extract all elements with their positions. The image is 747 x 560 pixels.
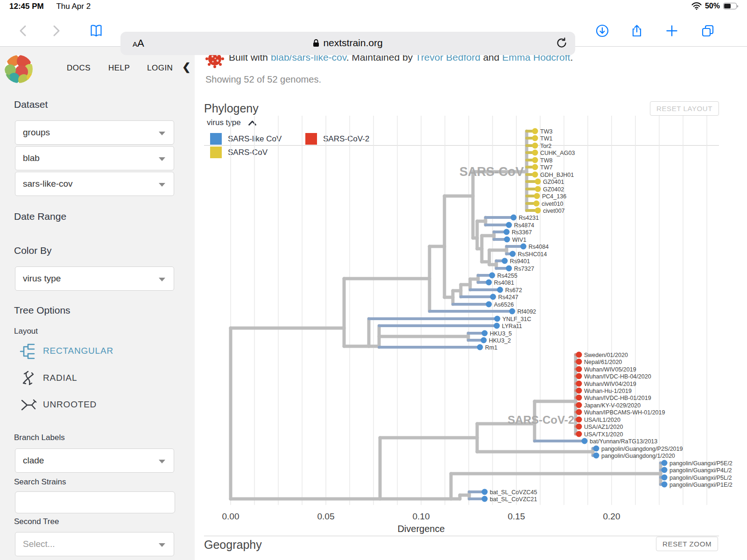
reset-layout-button[interactable]: RESET LAYOUT	[650, 101, 719, 116]
nav-help[interactable]: HELP	[108, 63, 130, 73]
tree-tip[interactable]	[532, 164, 538, 170]
tree-tip[interactable]	[662, 467, 668, 473]
sidebar-collapse-chevron[interactable]: ❮	[182, 61, 190, 73]
dataset-select-groups[interactable]: groups	[15, 120, 174, 145]
tree-tip[interactable]	[504, 229, 510, 235]
tree-tip[interactable]	[576, 388, 582, 394]
bookmarks-icon[interactable]	[90, 24, 103, 37]
layout-label: Layout	[14, 327, 38, 336]
nav-login[interactable]: LOGIN	[147, 63, 173, 73]
tree-tip[interactable]	[481, 337, 487, 343]
tree-tip[interactable]	[482, 330, 488, 336]
tree-tip[interactable]	[535, 208, 541, 214]
tree-tip[interactable]	[497, 287, 503, 293]
refresh-icon[interactable]	[556, 37, 568, 49]
tree-tip[interactable]	[576, 409, 582, 415]
tree-tip[interactable]	[576, 352, 582, 358]
url-bar[interactable]: AA nextstrain.org	[120, 32, 575, 55]
tip-label: Rs4247	[498, 294, 518, 301]
tip-label: Tor2	[540, 143, 551, 149]
tree-tip[interactable]	[593, 446, 599, 452]
chevron-down-icon	[159, 460, 165, 463]
tree-tip[interactable]	[662, 482, 668, 488]
tree-tip[interactable]	[489, 273, 495, 279]
tip-label: Rs4231	[519, 215, 539, 221]
reset-zoom-button[interactable]: RESET ZOOM	[656, 537, 718, 551]
nav-docs[interactable]: DOCS	[67, 63, 91, 73]
tree-tip[interactable]	[506, 222, 512, 228]
color-by-select[interactable]: virus type	[15, 266, 174, 291]
tree-tip[interactable]	[494, 316, 500, 322]
tree-tip[interactable]	[532, 135, 538, 141]
tree-tip[interactable]	[576, 373, 582, 379]
tip-label: GZ0401	[543, 179, 564, 185]
layout-option-radial[interactable]: RADIAL	[20, 370, 77, 386]
nextstrain-app: DOCS HELP LOGIN ❮ Dataset groups blab sa…	[0, 47, 747, 560]
back-icon[interactable]	[17, 24, 30, 37]
tree-tip[interactable]	[576, 359, 582, 365]
tip-label: Wuhan/IVDC-HB-04/2020	[584, 373, 651, 380]
share-icon[interactable]	[630, 24, 643, 37]
tree-tip[interactable]	[576, 424, 582, 430]
tree-tip[interactable]	[477, 344, 483, 350]
tree-tip[interactable]	[534, 193, 540, 199]
new-tab-icon[interactable]	[665, 24, 678, 37]
phylogeny-tree[interactable]: TW3TW1Tor2CUHK_AG03TW8TW7GDH_BJH01GZ0401…	[204, 114, 747, 560]
tree-tip[interactable]	[576, 431, 582, 437]
tip-label: pangolin/Guangdong/1/2020	[601, 453, 675, 459]
axis-title: Divergence	[397, 524, 444, 534]
tree-tip[interactable]	[532, 172, 538, 178]
tree-tip[interactable]	[486, 301, 492, 308]
tip-label: Wuhan/IVDC-HB-01/2019	[584, 395, 651, 401]
tree-tip[interactable]	[490, 294, 496, 300]
main-content: Built with blab/sars-like-cov. Maintaine…	[195, 47, 747, 560]
tree-tip[interactable]	[482, 489, 488, 495]
tree-tip[interactable]	[532, 150, 538, 156]
tip-label: YNLF_31C	[502, 316, 531, 322]
tree-tip[interactable]	[576, 417, 582, 423]
tree-tip[interactable]	[534, 201, 540, 207]
tip-label: RsSHC014	[518, 251, 547, 258]
tree-tip[interactable]	[506, 266, 512, 272]
tree-tip[interactable]	[582, 438, 588, 444]
tree-tip[interactable]	[482, 496, 488, 502]
tree-tip[interactable]	[511, 215, 517, 221]
tree-tip[interactable]	[510, 251, 516, 257]
tree-tip[interactable]	[662, 475, 668, 481]
tree-tip[interactable]	[532, 143, 538, 149]
forward-icon[interactable]	[49, 24, 63, 37]
tree-tip[interactable]	[535, 186, 541, 192]
tree-tip[interactable]	[576, 395, 582, 401]
tree-tip[interactable]	[502, 258, 508, 264]
tree-tip[interactable]	[532, 128, 538, 134]
tree-tip[interactable]	[509, 308, 515, 315]
download-icon[interactable]	[596, 24, 609, 37]
tree-tip[interactable]	[521, 244, 527, 250]
tree-tip[interactable]	[576, 366, 582, 372]
branch-labels-select[interactable]: clade	[15, 448, 174, 473]
tree-tip[interactable]	[494, 323, 500, 329]
tip-label: Rf4092	[517, 308, 536, 315]
layout-option-rectangular[interactable]: RECTANGULAR	[20, 343, 113, 359]
tree-tip[interactable]	[593, 453, 599, 459]
tip-label: pangolin/Guangdong/P2S/2019	[601, 446, 683, 452]
tip-label: GDH_BJH01	[540, 172, 574, 178]
second-tree-select[interactable]: Select...	[15, 532, 174, 556]
search-strains-input[interactable]	[15, 491, 175, 513]
layout-option-unrooted[interactable]: UNROOTED	[20, 396, 97, 413]
tree-tip[interactable]	[576, 381, 582, 387]
dataset-select-blab[interactable]: blab	[15, 146, 174, 170]
tree-tip[interactable]	[486, 280, 492, 286]
nextstrain-logo[interactable]	[4, 54, 34, 84]
tabs-icon[interactable]	[701, 24, 714, 37]
tree-tip[interactable]	[576, 402, 582, 408]
tip-label: USA/AZ1/2020	[584, 424, 623, 430]
tree-tip[interactable]	[662, 460, 668, 466]
tree-tip[interactable]	[535, 179, 541, 185]
tree-tip[interactable]	[504, 237, 510, 243]
unrooted-tree-icon	[20, 396, 36, 413]
tip-label: Sweden/01/2020	[584, 352, 628, 358]
dataset-select-build[interactable]: sars-like-cov	[15, 172, 174, 196]
tree-tip[interactable]	[532, 157, 538, 163]
tip-label: pangolin/Guangxi/P5L/2	[669, 475, 732, 481]
